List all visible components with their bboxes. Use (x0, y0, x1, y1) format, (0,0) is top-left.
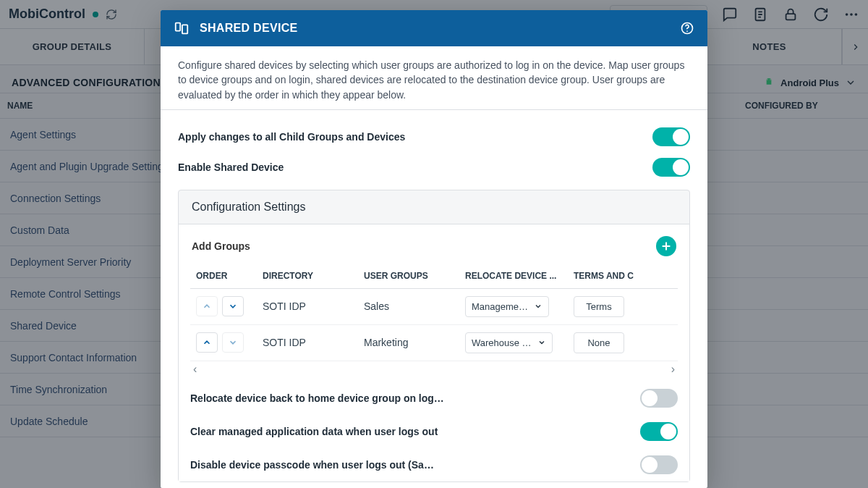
setting-toggle[interactable] (640, 455, 678, 474)
col-directory: DIRECTORY (257, 264, 358, 289)
terms-select[interactable]: None (574, 332, 624, 353)
groups-row: SOTI IDPSalesManageme…Terms (190, 289, 678, 325)
apply-all-toggle[interactable] (652, 127, 690, 146)
move-down-button[interactable] (222, 296, 244, 316)
scroll-right-icon[interactable]: › (671, 363, 675, 376)
svg-rect-7 (176, 23, 180, 31)
modal-overlay: SHARED DEVICE Configure shared devices b… (0, 0, 868, 488)
directory-cell: SOTI IDP (257, 289, 358, 325)
add-groups-row: Add Groups (190, 232, 678, 264)
terms-select[interactable]: Terms (574, 296, 624, 317)
col-order: ORDER (190, 264, 257, 289)
add-groups-label: Add Groups (192, 240, 250, 252)
table-horizontal-scroll[interactable]: ‹ › (190, 361, 678, 382)
move-down-button (222, 332, 244, 353)
relocate-select[interactable]: Manageme… (465, 296, 549, 317)
col-user-groups: USER GROUPS (358, 264, 459, 289)
move-up-button (196, 296, 218, 316)
setting-row: Relocate device back to home device grou… (190, 382, 678, 415)
col-terms: TERMS AND C (568, 264, 678, 289)
shared-device-dialog: SHARED DEVICE Configure shared devices b… (161, 10, 707, 488)
order-buttons (196, 332, 251, 353)
col-relocate: RELOCATE DEVICE ... (459, 264, 568, 289)
add-group-button[interactable] (656, 236, 676, 256)
config-settings-panel: Configuration Settings Add Groups ORDER … (178, 190, 690, 482)
user-group-cell: Marketing (358, 325, 459, 361)
enable-shared-toggle[interactable] (652, 158, 690, 177)
svg-rect-8 (182, 25, 187, 33)
shared-device-icon (174, 20, 190, 36)
dialog-description: Configure shared devices by selecting wh… (178, 58, 690, 102)
divider (161, 109, 707, 110)
relocate-select[interactable]: Warehouse … (465, 332, 553, 353)
setting-label: Relocate device back to home device grou… (190, 392, 444, 404)
groups-row: SOTI IDPMarketingWarehouse …None (190, 325, 678, 361)
setting-row: Disable device passcode when user logs o… (190, 448, 678, 481)
config-settings-title: Configuration Settings (179, 190, 689, 224)
setting-toggle[interactable] (640, 422, 678, 441)
move-up-button[interactable] (196, 332, 218, 353)
enable-shared-row: Enable Shared Device (178, 152, 690, 182)
scroll-left-icon[interactable]: ‹ (193, 363, 197, 376)
help-icon[interactable] (680, 21, 694, 35)
apply-all-row: Apply changes to all Child Groups and De… (178, 122, 690, 152)
groups-table: ORDER DIRECTORY USER GROUPS RELOCATE DEV… (190, 264, 678, 361)
order-buttons (196, 296, 251, 316)
setting-toggle[interactable] (640, 389, 678, 408)
directory-cell: SOTI IDP (257, 325, 358, 361)
dialog-title: SHARED DEVICE (200, 22, 297, 35)
setting-label: Disable device passcode when user logs o… (190, 459, 434, 471)
config-settings-body: Add Groups ORDER DIRECTORY USER GROUPS R… (179, 224, 689, 481)
setting-label: Clear managed application data when user… (190, 426, 438, 437)
apply-all-label: Apply changes to all Child Groups and De… (178, 131, 405, 143)
dialog-body: Configure shared devices by selecting wh… (161, 46, 707, 488)
svg-point-10 (686, 30, 688, 32)
setting-row: Clear managed application data when user… (190, 415, 678, 448)
dialog-header: SHARED DEVICE (161, 10, 707, 46)
user-group-cell: Sales (358, 289, 459, 325)
enable-shared-label: Enable Shared Device (178, 161, 284, 173)
dialog-title-area: SHARED DEVICE (174, 20, 297, 36)
